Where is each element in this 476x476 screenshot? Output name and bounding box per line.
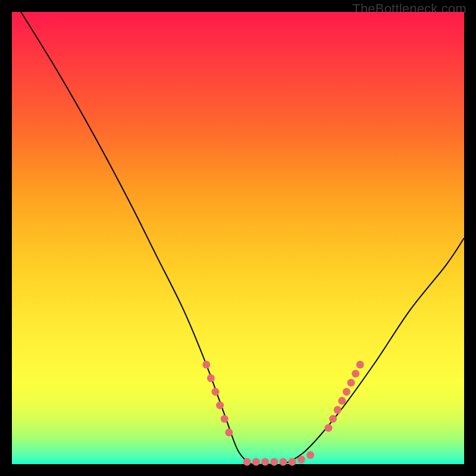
marker-dot <box>289 458 296 466</box>
marker-dot <box>225 428 233 436</box>
marker-dot <box>243 458 251 466</box>
marker-dot <box>252 458 260 466</box>
marker-dot <box>202 361 210 368</box>
marker-dot <box>298 456 305 464</box>
plot-gradient-area <box>12 12 464 464</box>
marker-dot <box>334 406 342 414</box>
chart-frame: TheBottleneck.com <box>0 0 476 476</box>
marker-dots <box>202 361 364 465</box>
marker-dot <box>216 402 224 409</box>
marker-dot <box>347 379 355 387</box>
marker-dot <box>329 415 337 423</box>
marker-dot <box>352 370 359 378</box>
bottleneck-curve <box>21 12 464 465</box>
marker-dot <box>212 388 220 396</box>
marker-dot <box>356 361 364 368</box>
marker-dot <box>306 451 314 459</box>
marker-dot <box>221 415 228 423</box>
curve-path <box>21 12 464 465</box>
marker-dot <box>325 424 333 432</box>
marker-dot <box>343 388 350 396</box>
marker-dot <box>280 458 287 466</box>
marker-dot <box>207 374 215 382</box>
curve-svg <box>12 12 464 464</box>
marker-dot <box>270 458 278 466</box>
marker-dot <box>338 397 346 405</box>
marker-dot <box>261 458 269 466</box>
